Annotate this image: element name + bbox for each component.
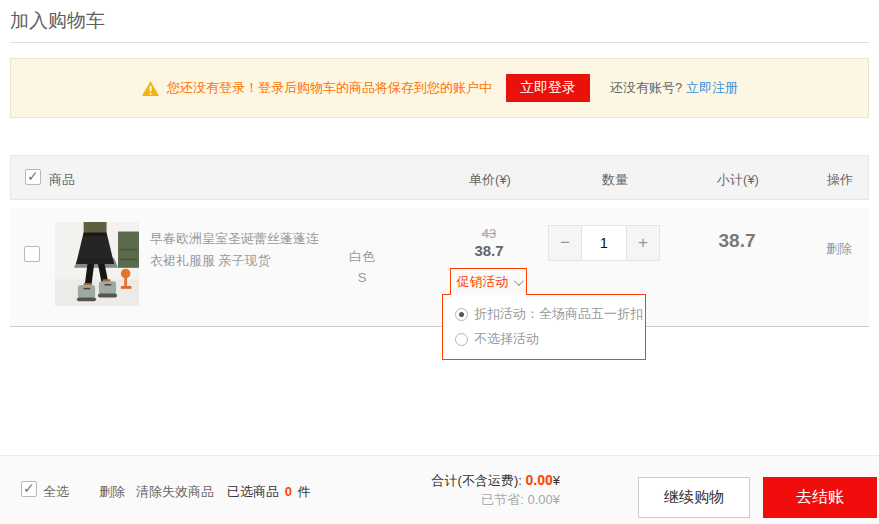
no-account-text: 还没有账号? <box>610 79 682 97</box>
saved-line: 已节省: 0.00¥ <box>415 490 560 509</box>
column-header-unit-price: 单价(¥) <box>440 171 540 189</box>
selected-suffix: 件 <box>297 484 310 499</box>
total-value: 0.00 <box>526 472 553 488</box>
checkout-button[interactable]: 去结账 <box>763 477 877 518</box>
promotion-dropdown-toggle[interactable]: 促销活动 <box>450 268 527 295</box>
warning-triangle-icon <box>141 80 160 97</box>
product-size: S <box>322 267 402 288</box>
totals-block: 合计(不含运费): 0.00¥ 已节省: 0.00¥ <box>415 471 560 509</box>
product-color: 白色 <box>322 246 402 267</box>
column-header-subtotal: 小计(¥) <box>688 171 788 189</box>
total-line: 合计(不含运费): 0.00¥ <box>415 471 560 490</box>
delete-item-link[interactable]: 删除 <box>789 240 879 258</box>
promotion-option-discount[interactable]: 折扣活动：全场商品五一折扣 <box>455 305 643 323</box>
product-variant: 白色 S <box>322 246 402 288</box>
login-banner: 您还没有登录！登录后购物车的商品将保存到您的账户中 立即登录 还没有账号? 立即… <box>10 58 869 118</box>
cart-page: 加入购物车 您还没有登录！登录后购物车的商品将保存到您的账户中 立即登录 还没有… <box>0 0 879 524</box>
selected-prefix: 已选商品 <box>227 484 279 499</box>
chevron-down-icon <box>513 276 523 286</box>
register-now-link[interactable]: 立即注册 <box>686 79 738 97</box>
page-title: 加入购物车 <box>10 8 105 34</box>
unit-price-cell: 43 38.7 <box>439 226 539 259</box>
login-warning-text: 您还没有登录！登录后购物车的商品将保存到您的账户中 <box>167 79 492 97</box>
select-all-header-checkbox[interactable] <box>25 169 41 185</box>
select-all-label[interactable]: 全选 <box>43 483 69 501</box>
column-header-action: 操作 <box>790 171 879 189</box>
selected-count: 0 <box>283 484 294 499</box>
column-header-quantity: 数量 <box>567 171 663 189</box>
promotion-label: 促销活动 <box>457 273 509 291</box>
quantity-decrease-button[interactable]: − <box>549 226 581 260</box>
saved-value: 0.00¥ <box>527 492 560 507</box>
radio-unselected-icon[interactable] <box>455 333 468 346</box>
item-checkbox[interactable] <box>24 246 40 262</box>
login-now-button[interactable]: 立即登录 <box>506 74 590 102</box>
quantity-input[interactable] <box>581 226 627 260</box>
promotion-option-none[interactable]: 不选择活动 <box>455 330 539 348</box>
cart-table-header: 商品 单价(¥) 数量 小计(¥) 操作 <box>10 155 869 200</box>
item-subtotal: 38.7 <box>687 230 787 252</box>
divider <box>10 42 869 43</box>
quantity-stepper: − + <box>548 225 660 261</box>
product-title[interactable]: 早春欧洲皇室圣诞蕾丝蓬蓬连衣裙礼服服 亲子现货 <box>150 228 328 272</box>
radio-selected-icon[interactable] <box>455 308 468 321</box>
product-image[interactable] <box>55 222 139 306</box>
current-price: 38.7 <box>439 242 539 259</box>
selected-count-text: 已选商品 0 件 <box>227 483 310 501</box>
saved-label: 已节省: <box>481 492 524 507</box>
total-label: 合计(不含运费): <box>432 473 522 488</box>
continue-shopping-button[interactable]: 继续购物 <box>638 477 750 518</box>
promotion-dropdown-panel: 折扣活动：全场商品五一折扣 不选择活动 <box>442 294 646 360</box>
select-all-footer-checkbox[interactable] <box>21 481 37 497</box>
original-price: 43 <box>439 226 539 241</box>
footer-delete-link[interactable]: 删除 <box>99 483 125 501</box>
column-header-product: 商品 <box>49 171 75 189</box>
quantity-increase-button[interactable]: + <box>627 226 659 260</box>
promotion-option-label: 折扣活动：全场商品五一折扣 <box>474 305 643 323</box>
clear-invalid-link[interactable]: 清除失效商品 <box>136 483 214 501</box>
cart-footer-bar: 全选 删除 清除失效商品 已选商品 0 件 合计(不含运费): 0.00¥ 已节… <box>0 455 879 524</box>
total-currency: ¥ <box>553 473 560 488</box>
promotion-option-label: 不选择活动 <box>474 330 539 348</box>
cart-item-row: 早春欧洲皇室圣诞蕾丝蓬蓬连衣裙礼服服 亲子现货 白色 S 43 38.7 − +… <box>10 208 869 327</box>
